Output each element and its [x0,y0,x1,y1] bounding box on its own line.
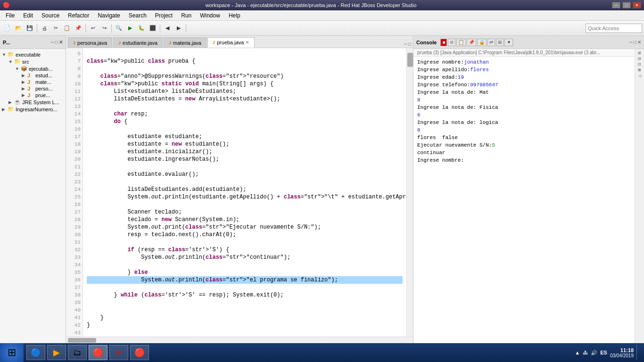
editor-scrollbar-vertical[interactable] [406,48,413,337]
taskbar-app6[interactable]: 🔴 [130,345,149,360]
pdf-icon: P [117,349,121,356]
menu-navigate[interactable]: Navigate [94,11,124,20]
tb-search[interactable]: 🔍 [114,23,124,33]
network-icon[interactable]: 🖧 [583,350,588,355]
editor-tab-1[interactable]: Jestudiante.java [113,37,163,48]
editor-maximize-btn[interactable]: □ [408,41,411,47]
tree-item-6[interactable]: ▶Jprue... [0,92,66,99]
taskbar-pdf[interactable]: P [109,345,128,360]
tree-arrow-2: ▼ [15,66,21,71]
tree-item-3[interactable]: ▶Jestud... [0,72,66,79]
tb-sep3 [111,24,112,33]
line-num-40: 40 [67,306,81,314]
code-line-6 [87,50,403,58]
tb-new[interactable]: 📄 [2,23,12,33]
menu-search[interactable]: Search [125,11,150,20]
tb-redo[interactable]: ↪ [99,23,109,33]
taskbar-explorer[interactable]: 🗂 [68,345,87,360]
panel-maximize-btn[interactable]: □ [55,40,58,45]
console-copy-btn[interactable]: 📋 [456,39,466,46]
tb-cut[interactable]: ✂ [50,23,61,33]
taskbar-mediaplayer[interactable]: ▶ [47,345,66,360]
tb-save[interactable]: 💾 [25,23,35,33]
menu-help[interactable]: Help [225,11,244,20]
tab-close-3[interactable]: ✕ [246,40,249,45]
tree-item-5[interactable]: ▶Jperso... [0,85,66,92]
tb-run[interactable]: ▶ [125,23,135,33]
console-menu-btn[interactable]: ▼ [504,39,513,46]
console-right-btn4[interactable]: ⊠ [638,68,641,72]
tb-paste[interactable]: 📌 [73,23,83,33]
console-description: prueba (3) [Java Application] C:\Program… [413,49,635,57]
tb-open[interactable]: 📂 [13,23,24,33]
console-close-btn[interactable]: ✕ [637,40,641,45]
tree-item-0[interactable]: ▼📁executable [0,51,66,58]
maximize-button[interactable]: □ [622,2,631,8]
tb-undo[interactable]: ↩ [88,23,98,33]
tray-show-hidden[interactable]: ▲ [575,350,580,355]
console-pin-btn[interactable]: 📌 [467,39,476,46]
volume-icon[interactable]: 🔊 [591,350,597,356]
tree-item-1[interactable]: ▼📁src [0,58,66,65]
tree-item-2[interactable]: ▼📦ejecutab... [0,65,66,72]
tb-debug[interactable]: 🐛 [136,23,147,33]
close-button[interactable]: ✕ [633,2,641,8]
console-right-btn5[interactable]: ◁ [638,74,641,78]
code-line-26 [87,201,403,208]
panel-minimize-btn[interactable]: ─ [51,40,54,45]
console-minimize-btn[interactable]: ─ [629,40,633,45]
editor-tab-2[interactable]: Jmateria.java [164,37,206,48]
main-area: P... ─ □ ✕ ▼📁executable▼📁src▼📦ejecutab..… [0,36,644,343]
code-line-12: listaDeEstudiantes = new ArrayList<estud… [87,95,403,103]
tree-label-7: JRE System L... [22,99,59,105]
start-button[interactable]: ⊞ [0,343,24,362]
console-right-btn2[interactable]: ⊟ [638,57,641,61]
minimize-button[interactable]: ─ [612,2,620,8]
console-maximize-btn[interactable]: □ [634,40,636,45]
tree-label-5: perso... [35,86,53,91]
line-num-42: 42 [67,321,81,329]
tb-print[interactable]: 🖨 [39,23,50,33]
editor-minimize-btn[interactable]: ─ [404,41,407,47]
code-line-34 [87,261,403,269]
tb-next[interactable]: ▶ [173,23,184,33]
tb-stop[interactable]: ⬛ [148,23,158,33]
clock[interactable]: 11:18 03/04/2019 [610,347,634,358]
console-title: Console [416,40,437,45]
console-new-btn[interactable]: ⊞ [496,39,504,46]
menu-file[interactable]: File [2,11,18,20]
tree-item-7[interactable]: ▶☕JRE System L... [0,99,66,106]
console-right-btn1[interactable]: ⊞ [638,51,641,55]
editor-scrollbar-horizontal[interactable] [66,337,413,343]
tb-copy[interactable]: 📋 [62,23,72,33]
tree-item-4[interactable]: ▶Jmate... [0,79,66,85]
quick-access-input[interactable] [586,24,642,33]
code-content[interactable]: class="kw">public class prueba { class="… [83,48,406,337]
menu-window[interactable]: Window [196,11,224,20]
console-clear-btn[interactable]: ⊘ [448,39,455,46]
code-line-31 [87,239,403,246]
show-desktop-btn[interactable] [636,345,640,360]
console-line-1: Ingrese apellido:flores [417,66,631,74]
tree-item-8[interactable]: ▶📁IngresarNumero... [0,106,66,113]
tab-icon-0: J [73,41,75,45]
menu-edit[interactable]: Edit [19,11,37,20]
menu-source[interactable]: Source [38,11,63,20]
line-num-31: 31 [67,239,81,246]
panel-close-btn[interactable]: ✕ [59,40,63,45]
editor-tab-0[interactable]: Jpersona.java [68,37,112,48]
console-word-wrap-btn[interactable]: ⇌ [487,39,495,46]
code-line-19: estudiante.inicializar(); [87,148,403,156]
code-line-27: Scanner teclado; [87,208,403,216]
taskbar-ie[interactable]: 🔵 [26,345,45,360]
console-terminate-btn[interactable]: ■ [440,39,447,46]
console-right-btn3[interactable]: ⊡ [638,62,641,66]
console-line-9: 8 [417,126,631,134]
menu-project[interactable]: Project [151,11,176,20]
editor-tab-3[interactable]: Jprueba.java ✕ [207,37,255,48]
console-scroll-lock-btn[interactable]: 🔒 [477,39,487,46]
tb-prev[interactable]: ◀ [162,23,173,33]
menu-refactor[interactable]: Refactor [64,11,93,20]
menu-run[interactable]: Run [177,11,195,20]
taskbar-chrome[interactable]: 🔴 [89,345,107,360]
